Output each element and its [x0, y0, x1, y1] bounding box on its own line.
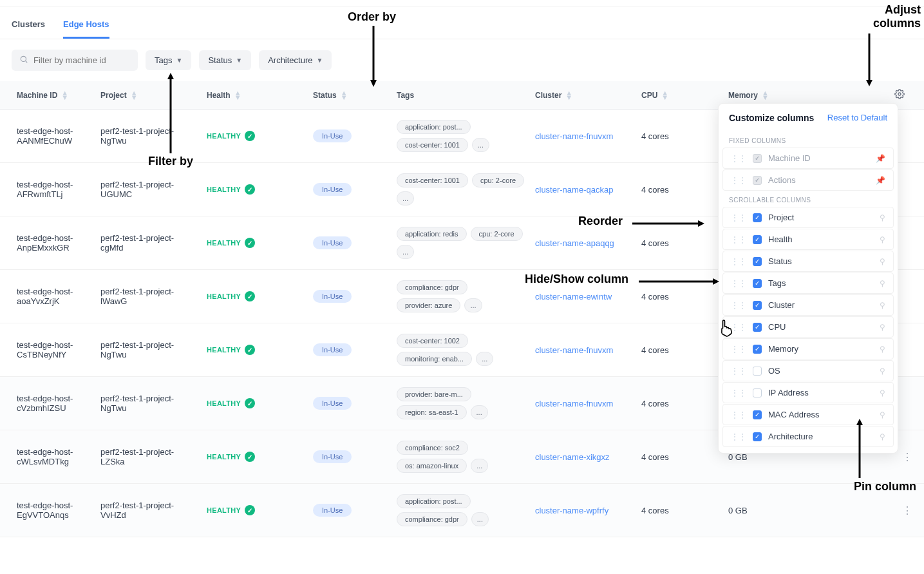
column-item[interactable]: ⋮⋮✓Status⚲: [722, 251, 894, 272]
cell-machine-id: test-edge-host-AANMfEChuW: [12, 126, 95, 146]
cell-cluster[interactable]: cluster-name-ewintw: [530, 292, 636, 301]
row-actions[interactable]: ⋮: [902, 451, 912, 463]
search-input[interactable]: [33, 55, 142, 65]
pin-icon[interactable]: 📌: [876, 154, 885, 163]
cell-cluster[interactable]: cluster-name-qackap: [530, 185, 636, 195]
tag-more[interactable]: ...: [471, 512, 489, 526]
cell-cluster[interactable]: cluster-name-apaqqg: [530, 238, 636, 248]
tab-edge-hosts[interactable]: Edge Hosts: [63, 13, 109, 39]
check-icon: ✓: [245, 452, 255, 462]
cell-cluster[interactable]: cluster-name-fnuvxm: [530, 399, 636, 408]
search-input-wrap[interactable]: [12, 50, 138, 71]
pin-icon[interactable]: ⚲: [880, 410, 885, 419]
pin-icon[interactable]: ⚲: [880, 257, 885, 266]
checkbox[interactable]: ✓: [753, 257, 762, 266]
annotation-hide-show: Hide/Show column: [525, 273, 628, 286]
cell-cluster[interactable]: cluster-name-fnuvxm: [530, 345, 636, 355]
cell-tags: application: rediscpu: 2-core...: [391, 227, 530, 259]
tag-more[interactable]: ...: [476, 352, 493, 366]
filter-tags[interactable]: Tags▼: [146, 50, 191, 70]
cell-machine-id: test-edge-host-AFRwmftTLj: [12, 180, 95, 199]
grip-icon[interactable]: ⋮⋮: [731, 235, 746, 244]
checkbox[interactable]: ✓: [753, 345, 762, 354]
grip-icon[interactable]: ⋮⋮: [731, 410, 746, 419]
cell-tags: application: post...compliance: gdpr...: [391, 494, 530, 526]
cell-cpu: 4 cores: [636, 399, 723, 408]
grip-icon: ⋮⋮: [731, 176, 746, 185]
grip-icon[interactable]: ⋮⋮: [731, 367, 746, 376]
checkbox[interactable]: ✓: [753, 213, 762, 222]
column-item[interactable]: ⋮⋮✓MAC Address⚲: [722, 404, 894, 425]
cell-cluster[interactable]: cluster-name-fnuvxm: [530, 131, 636, 141]
column-item[interactable]: ⋮⋮OS⚲: [722, 360, 894, 381]
th-machine-id[interactable]: Machine ID▲▼: [12, 81, 95, 109]
pin-icon[interactable]: ⚲: [880, 367, 885, 376]
th-tags[interactable]: Tags: [391, 81, 530, 109]
cell-health: HEALTHY✓: [202, 345, 308, 355]
pin-icon[interactable]: 📌: [876, 176, 885, 185]
tag-more[interactable]: ...: [472, 138, 489, 152]
column-label: CPU: [768, 322, 873, 332]
column-item[interactable]: ⋮⋮✓Architecture⚲: [722, 426, 894, 447]
pin-icon[interactable]: ⚲: [880, 388, 885, 397]
tag-more[interactable]: ...: [397, 245, 414, 259]
check-icon: ✓: [245, 291, 255, 301]
column-item[interactable]: ⋮⋮✓Health⚲: [722, 229, 894, 250]
cell-machine-id: test-edge-host-CsTBNeyNfY: [12, 340, 95, 359]
checkbox[interactable]: [753, 388, 762, 397]
pin-icon[interactable]: ⚲: [880, 323, 885, 332]
grip-icon[interactable]: ⋮⋮: [731, 213, 746, 222]
tag-more[interactable]: ...: [471, 459, 488, 473]
tab-clusters[interactable]: Clusters: [12, 13, 45, 39]
pin-icon[interactable]: ⚲: [880, 432, 885, 441]
checkbox[interactable]: ✓: [753, 301, 762, 310]
th-status[interactable]: Status▲▼: [308, 81, 391, 109]
checkbox[interactable]: ✓: [753, 279, 762, 288]
pin-icon[interactable]: ⚲: [880, 279, 885, 288]
reset-to-default[interactable]: Reset to Default: [827, 113, 887, 123]
checkbox[interactable]: ✓: [753, 323, 762, 332]
column-label: Cluster: [768, 300, 873, 310]
grip-icon[interactable]: ⋮⋮: [731, 301, 746, 310]
fixed-columns-label: FIXED COLUMNS: [719, 132, 898, 147]
checkbox[interactable]: ✓: [753, 235, 762, 244]
check-icon: ✓: [245, 184, 255, 195]
tag-more[interactable]: ...: [397, 191, 414, 206]
th-project[interactable]: Project▲▼: [95, 81, 202, 109]
checkbox[interactable]: ✓: [753, 410, 762, 419]
checkbox[interactable]: ✓: [753, 432, 762, 441]
pin-icon[interactable]: ⚲: [880, 301, 885, 310]
pin-icon[interactable]: ⚲: [880, 345, 885, 354]
filter-architecture[interactable]: Architecture▼: [259, 50, 332, 70]
column-item[interactable]: ⋮⋮✓Tags⚲: [722, 273, 894, 294]
cell-cluster[interactable]: cluster-name-xikgxz: [530, 452, 636, 462]
tag-pill: application: redis: [397, 227, 467, 241]
pin-icon[interactable]: ⚲: [880, 235, 885, 244]
th-cluster[interactable]: Cluster▲▼: [530, 81, 636, 109]
tag-pill: application: post...: [397, 494, 471, 508]
grip-icon[interactable]: ⋮⋮: [731, 279, 746, 288]
column-item[interactable]: ⋮⋮✓CPU⚲: [722, 316, 894, 338]
column-item[interactable]: ⋮⋮✓Cluster⚲: [722, 294, 894, 316]
grip-icon[interactable]: ⋮⋮: [731, 388, 746, 397]
cell-machine-id: test-edge-host-cWLsvMDTkg: [12, 447, 95, 466]
tag-pill: region: sa-east-1: [397, 405, 467, 419]
th-cpu[interactable]: CPU▲▼: [636, 81, 723, 109]
cell-tags: application: post...cost-center: 1001...: [391, 120, 530, 152]
column-item[interactable]: ⋮⋮IP Address⚲: [722, 382, 894, 403]
grip-icon[interactable]: ⋮⋮: [731, 345, 746, 354]
filter-status[interactable]: Status▼: [199, 50, 251, 70]
grip-icon[interactable]: ⋮⋮: [731, 257, 746, 266]
th-health[interactable]: Health▲▼: [202, 81, 308, 109]
cell-cluster[interactable]: cluster-name-wpfrfy: [530, 506, 636, 515]
grip-icon[interactable]: ⋮⋮: [731, 432, 746, 441]
tag-more[interactable]: ...: [471, 405, 488, 419]
checkbox[interactable]: [753, 367, 762, 376]
column-item[interactable]: ⋮⋮✓Memory⚲: [722, 338, 894, 359]
column-item[interactable]: ⋮⋮✓Project⚲: [722, 207, 894, 228]
tag-more[interactable]: ...: [464, 298, 482, 312]
column-label: MAC Address: [768, 410, 873, 419]
pin-icon[interactable]: ⚲: [880, 213, 885, 222]
row-actions[interactable]: ⋮: [902, 504, 912, 517]
tag-pill: cost-center: 1001: [397, 138, 468, 152]
